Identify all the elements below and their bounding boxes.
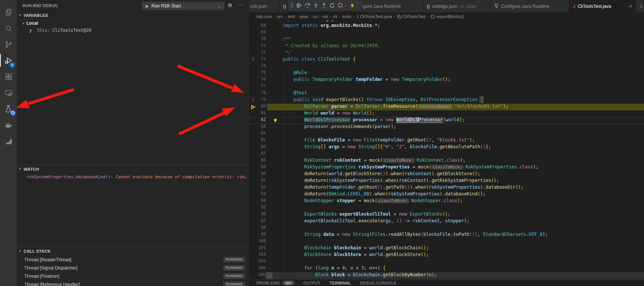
call-stack-thread[interactable]: Thread [Finalizer]RUNNING bbox=[17, 272, 249, 280]
code-line-104[interactable]: 104 for (long n = 0; n < 3; n++) { bbox=[249, 265, 644, 272]
code-line-72[interactable]: 72 */ bbox=[249, 50, 644, 57]
launch-config-dropdown[interactable]: ▶ Run RSK Start ⌄ bbox=[142, 1, 225, 10]
code-text: * Created by ajlopez on 26/04/2020. bbox=[283, 43, 380, 48]
breadcrumb-item-java[interactable]: java bbox=[300, 14, 308, 19]
lightbulb-icon[interactable] bbox=[273, 118, 277, 124]
step-into-button[interactable] bbox=[313, 3, 319, 8]
code-line-96[interactable]: 96 ExportBlocks exportBlocksCliTool = ne… bbox=[249, 212, 644, 218]
watch-section-header[interactable]: ▾ WATCH bbox=[17, 166, 249, 173]
code-line-78[interactable]: 78 @Test bbox=[249, 90, 644, 97]
panel-tab-terminal[interactable]: TERMINAL bbox=[329, 281, 351, 285]
code-line-102[interactable]: 102 BlockStore blockStore = world.getBlo… bbox=[249, 252, 644, 259]
breadcrumb-item-exportBlocks()[interactable]: exportBlocks() bbox=[431, 14, 464, 19]
source-control-icon[interactable] bbox=[0, 36, 17, 52]
call-stack-thread[interactable]: Thread [Signal Dispatcher]RUNNING bbox=[17, 264, 249, 272]
breadcrumb-item-test[interactable]: test bbox=[288, 14, 295, 19]
code-line-94[interactable]: 94 NodeStopper stopper = mock(classToMoc… bbox=[249, 198, 644, 205]
code-line-79[interactable]: 79) public void exportBlocks() throws IO… bbox=[249, 97, 644, 104]
code-text: Block block = blockchain.getBlockByNumbe… bbox=[283, 272, 437, 277]
code-line-71[interactable]: 71 * Created by ajlopez on 26/04/2020. bbox=[249, 43, 644, 50]
code-line-70[interactable]: 70/** bbox=[249, 36, 644, 43]
code-line-90[interactable]: 90 doReturn(world.getBlockStore()).when(… bbox=[249, 171, 644, 178]
code-editor[interactable]: 67import static org.junit.Assert.*;68imp… bbox=[249, 21, 644, 279]
code-line-103[interactable]: 103 bbox=[249, 259, 644, 265]
variables-scope-local[interactable]: ▾Local bbox=[22, 21, 38, 26]
code-line-100[interactable]: 100 bbox=[249, 238, 644, 245]
code-line-82[interactable]: 82 WorldDslProcessor processor = new Wor… bbox=[249, 117, 644, 124]
panel-tab-problems[interactable]: PROBLEMS1K+ bbox=[256, 281, 294, 285]
editor-tab-partial[interactable]: J bbox=[636, 0, 644, 12]
breadcrumb-label: cli bbox=[333, 14, 337, 19]
more-actions-icon[interactable]: ··· bbox=[238, 1, 244, 7]
continue-button[interactable] bbox=[296, 3, 302, 8]
code-line-86[interactable]: 86 String[] args = new String[]{"0", "2"… bbox=[249, 144, 644, 151]
code-line-85[interactable]: 85 File blocksFile = new File(tempFolder… bbox=[249, 137, 644, 144]
drag-handle-icon[interactable] bbox=[290, 3, 294, 8]
run-play-icon[interactable]: ▶ bbox=[146, 4, 149, 9]
call-stack-thread[interactable]: Thread [ReaderThread]RUNNING bbox=[17, 256, 249, 264]
call-stack-section-header[interactable]: ▾ CALL STACK bbox=[17, 248, 249, 255]
code-line-75[interactable]: 75 @Rule bbox=[249, 70, 644, 77]
editor-tab-Configure Java Runtime[interactable]: Configure Java Runtime bbox=[490, 0, 569, 12]
code-line-89[interactable]: 89 RskSystemProperties rskSystemProperti… bbox=[249, 164, 644, 171]
folding-marker-icon[interactable]: ) bbox=[250, 57, 256, 62]
call-stack-thread[interactable]: Thread [Reference Handler]RUNNING bbox=[17, 280, 249, 286]
variables-section-header[interactable]: ▾ VARIABLES bbox=[17, 12, 249, 19]
code-line-80[interactable]: 80 DslParser parser = DslParser.fromReso… bbox=[249, 104, 644, 110]
docker-icon[interactable] bbox=[0, 117, 17, 133]
breadcrumb-item-tools[interactable]: tools bbox=[342, 14, 351, 19]
code-line-97[interactable]: 97 exportBlocksCliTool.execute(args, () … bbox=[249, 218, 644, 225]
test-explorer-icon[interactable] bbox=[0, 101, 17, 117]
folding-marker-icon[interactable]: ) bbox=[250, 97, 256, 102]
code-line-77[interactable]: 77 bbox=[249, 83, 644, 90]
breadcrumb-item-cli[interactable]: cli bbox=[333, 14, 337, 19]
breadcrumb-item-CliToolsTest[interactable]: CliToolsTest bbox=[397, 14, 426, 19]
breadcrumb-item-co[interactable]: co bbox=[313, 14, 317, 19]
watch-expression-row[interactable]: rskSystemProperties.databaseKind(): Cann… bbox=[26, 174, 248, 179]
step-out-button[interactable] bbox=[321, 3, 327, 8]
step-over-button[interactable] bbox=[304, 3, 310, 8]
line-number: 76 bbox=[249, 77, 266, 82]
restart-button[interactable] bbox=[329, 3, 335, 8]
code-line-76[interactable]: 76 public TemporaryFolder tempFolder = n… bbox=[249, 77, 644, 83]
close-icon[interactable]: × bbox=[629, 4, 632, 9]
search-icon[interactable] bbox=[0, 20, 17, 36]
explorer-icon[interactable] bbox=[0, 4, 17, 20]
run-and-debug-icon[interactable]: 1 bbox=[0, 52, 17, 69]
panel-tab-debug-console[interactable]: DEBUG CONSOLE bbox=[360, 281, 397, 285]
breadcrumb-item-rskj-core[interactable]: rskj-core bbox=[256, 14, 272, 19]
breadcrumb-item-src[interactable]: src bbox=[277, 14, 283, 19]
code-line-68[interactable]: 68import static org.mockito.Mockito.*; bbox=[249, 23, 644, 30]
editor-tab-nch.json[interactable]: nch.json bbox=[249, 0, 279, 12]
code-line-87[interactable]: 87 bbox=[249, 151, 644, 158]
code-line-88[interactable]: 88 RskContext rskContext = mock(classToM… bbox=[249, 158, 644, 164]
breadcrumb-label: rsk bbox=[322, 14, 328, 19]
code-line-99[interactable]: 99 String data = new String(Files.readAl… bbox=[249, 232, 644, 238]
code-line-92[interactable]: 92 doReturn(tempFolder.getRoot().getPath… bbox=[249, 185, 644, 191]
code-line-81[interactable]: 81 World world = new World(); bbox=[249, 110, 644, 117]
breadcrumb-item-CliToolsTest.java[interactable]: JCliToolsTest.java bbox=[356, 14, 392, 19]
extensions-icon[interactable] bbox=[0, 69, 17, 85]
code-line-101[interactable]: 101 Blockchain blockchain = world.getBlo… bbox=[249, 245, 644, 252]
gear-icon[interactable]: ⚙ bbox=[228, 2, 233, 8]
editor-tab-settings.json[interactable]: {}settings.json~/.../User bbox=[423, 0, 490, 12]
variable-this[interactable]: ❯ this: CliToolsTest@29 bbox=[29, 28, 91, 33]
code-line-84[interactable]: 84 bbox=[249, 131, 644, 137]
remote-explorer-icon[interactable] bbox=[0, 85, 17, 101]
editor-tab-CliToolsTest.java[interactable]: JCliToolsTest.java× bbox=[569, 0, 636, 12]
code-line-95[interactable]: 95 bbox=[249, 205, 644, 212]
gradle-icon[interactable] bbox=[0, 133, 17, 149]
code-line-83[interactable]: 83 processor.processCommands(parser); bbox=[249, 124, 644, 131]
code-line-69[interactable]: 69 bbox=[249, 30, 644, 36]
code-line-98[interactable]: 98 bbox=[249, 225, 644, 232]
code-line-73[interactable]: 73)public class CliToolsTest { bbox=[249, 57, 644, 63]
stop-button[interactable] bbox=[338, 3, 343, 8]
hot-code-replace-icon[interactable] bbox=[350, 3, 355, 8]
breadcrumb-item-rsk[interactable]: rsk bbox=[322, 14, 328, 19]
panel-tab-output[interactable]: OUTPUT bbox=[303, 281, 321, 285]
code-line-74[interactable]: 74 bbox=[249, 63, 644, 70]
code-line-105[interactable]: 105 Block block = blockchain.getBlockByN… bbox=[249, 272, 644, 279]
code-line-91[interactable]: 91 doReturn(rskSystemProperties).when(rs… bbox=[249, 178, 644, 185]
stop-menu-chevron-icon[interactable]: ⌄ bbox=[344, 3, 347, 7]
code-line-93[interactable]: 93 doReturn(DbKind.LEVEL_DB).when(rskSys… bbox=[249, 191, 644, 198]
